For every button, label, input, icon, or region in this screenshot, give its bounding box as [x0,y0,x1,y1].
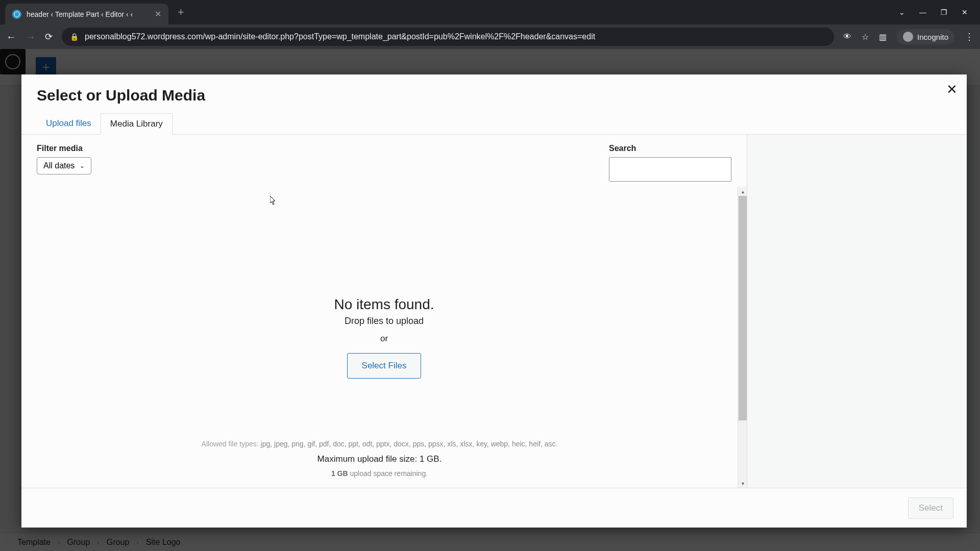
date-filter-value: All dates [43,161,75,170]
empty-state: No items found. Drop files to upload or … [334,296,434,379]
browser-tab[interactable]: header ‹ Template Part ‹ Editor ‹ ‹ ✕ [5,4,168,24]
select-button[interactable]: Select [908,497,953,519]
no-items-text: No items found. [334,296,434,313]
address-bar-icons: 👁 ☆ ▥ Incognito ⋮ [843,29,974,44]
media-content-main: Filter media All dates ⌄ Search No items… [21,135,747,488]
minimize-button[interactable]: ― [919,8,926,16]
tab-media-library[interactable]: Media Library [101,113,173,135]
browser-menu-icon[interactable]: ⋮ [965,31,974,42]
address-bar: ← → ⟳ 🔒 personalblog572.wordpress.com/wp… [0,24,980,49]
space-remaining-text: upload space remaining. [348,469,428,478]
modal-title: Select or Upload Media [37,87,951,104]
bookmark-star-icon[interactable]: ☆ [862,32,869,42]
modal-footer: Select [21,488,967,528]
drop-files-text: Drop files to upload [334,316,434,327]
attachment-details-sidebar [747,135,967,488]
chevron-down-icon: ⌄ [80,162,85,169]
forward-button[interactable]: → [26,31,36,43]
media-grid-area: No items found. Drop files to upload or … [21,187,747,488]
scrollbar[interactable]: ▴ ▾ [738,187,747,488]
extensions-icon[interactable]: ▥ [879,32,887,42]
tab-upload-files[interactable]: Upload files [37,113,101,134]
or-text: or [334,334,434,344]
reload-button[interactable]: ⟳ [45,31,53,42]
allowed-types-list: jpg, jpeg, png, gif, pdf, doc, ppt, odt,… [261,440,558,448]
space-remaining: 1 GB upload space remaining. [21,469,738,478]
url-bar[interactable]: 🔒 personalblog572.wordpress.com/wp-admin… [62,28,834,46]
modal-content: Filter media All dates ⌄ Search No items… [21,135,967,488]
scroll-up-icon[interactable]: ▴ [738,187,747,196]
tab-close-icon[interactable]: ✕ [155,9,161,19]
incognito-label: Incognito [917,33,948,41]
select-files-button[interactable]: Select Files [347,353,422,379]
date-filter-select[interactable]: All dates ⌄ [37,157,91,174]
new-tab-button[interactable]: + [178,6,184,19]
browser-tab-strip: header ‹ Template Part ‹ Editor ‹ ‹ ✕ + … [0,0,980,24]
incognito-icon [903,32,913,42]
svg-point-0 [14,12,19,17]
filter-row: Filter media All dates ⌄ Search [21,135,747,182]
modal-header: Select or Upload Media [21,74,967,104]
search-group: Search [609,144,731,182]
close-window-button[interactable]: ✕ [962,8,968,16]
eye-off-icon[interactable]: 👁 [843,32,851,41]
media-modal: ✕ Select or Upload Media Upload files Me… [21,74,967,528]
scrollbar-thumb[interactable] [739,196,747,420]
back-button[interactable]: ← [6,31,16,43]
modal-tabs: Upload files Media Library [21,104,967,135]
lock-icon: 🔒 [70,33,79,41]
upload-file-info: Allowed file types: jpg, jpeg, png, gif,… [21,440,738,478]
window-controls: ⌄ ― ❐ ✕ [899,8,980,16]
scroll-down-icon[interactable]: ▾ [738,479,747,488]
search-label: Search [609,144,731,153]
space-remaining-value: 1 GB [331,469,348,478]
filter-media-label: Filter media [37,144,91,153]
filter-media-group: Filter media All dates ⌄ [37,144,91,182]
modal-close-button[interactable]: ✕ [946,82,958,97]
tab-title: header ‹ Template Part ‹ Editor ‹ ‹ [27,10,150,18]
maximize-button[interactable]: ❐ [941,8,947,16]
url-text: personalblog572.wordpress.com/wp-admin/s… [85,32,826,41]
incognito-badge[interactable]: Incognito [897,29,954,44]
allowed-file-types: Allowed file types: jpg, jpeg, png, gif,… [21,440,738,448]
search-input[interactable] [609,157,731,182]
max-upload-size: Maximum upload file size: 1 GB. [21,454,738,464]
allowed-prefix: Allowed file types: [202,440,261,448]
wordpress-favicon [12,10,21,19]
tab-dropdown-icon[interactable]: ⌄ [899,8,905,16]
